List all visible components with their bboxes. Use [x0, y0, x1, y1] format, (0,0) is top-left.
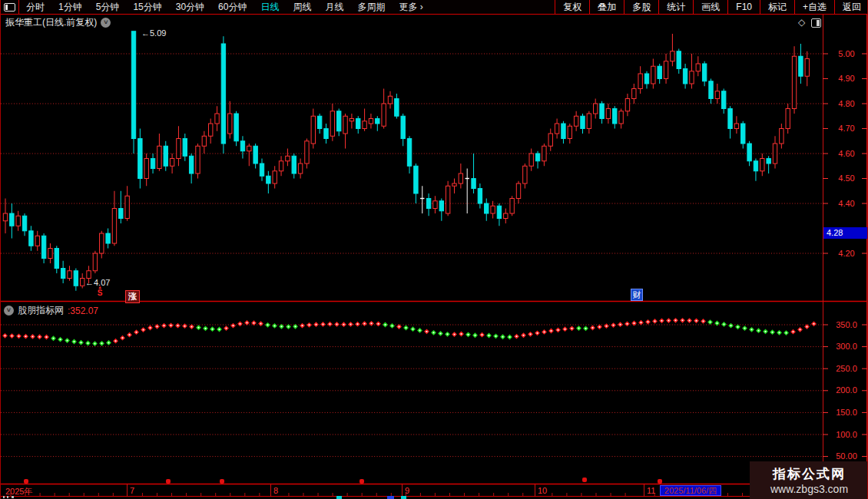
period-tab-6[interactable]: 日线 [253, 0, 286, 14]
signal-blob [24, 479, 28, 484]
tool-button-1[interactable]: 叠加 [589, 0, 624, 14]
indicator-dot-center [419, 330, 421, 332]
indicator-dot-center [627, 323, 628, 325]
indicator-dot-center [737, 326, 739, 328]
chart-title: 振华重工(日线.前复权) [5, 16, 97, 29]
tool-button-4[interactable]: 画线 [693, 0, 727, 14]
candle-body [68, 271, 71, 279]
chevron-down-icon[interactable]: ˅ [101, 18, 111, 28]
tool-button-0[interactable]: 复权 [555, 0, 589, 14]
candle-body [240, 141, 244, 151]
candle-body [747, 144, 751, 161]
indicator-dot-center [378, 323, 379, 325]
indicator-dot-center [39, 336, 41, 338]
candle-body [664, 61, 668, 79]
candle-body [677, 51, 681, 69]
candle-body [562, 124, 565, 139]
candle-body [510, 199, 514, 214]
candle-body [234, 114, 238, 141]
indicator-value: :352.07 [68, 306, 98, 316]
indicator-dot-center [108, 342, 110, 344]
candle-body [376, 119, 379, 124]
diamond-icon[interactable]: ◇ [798, 17, 805, 28]
indicator-dot-center [240, 323, 241, 325]
period-tab-0[interactable]: 分时 [19, 0, 51, 14]
candle-body [81, 279, 84, 286]
period-tab-4[interactable]: 30分钟 [169, 0, 211, 14]
chevron-down-icon[interactable]: ˅ [4, 306, 14, 316]
candle-body [568, 126, 571, 138]
candle-body [164, 146, 167, 166]
timeline-label: 9 [405, 486, 409, 495]
candle-body [619, 111, 623, 124]
window-layout-icon[interactable] [1, 0, 19, 14]
period-tab-7[interactable]: 周线 [286, 0, 318, 14]
indicator-dot-center [592, 327, 594, 329]
main-axis-label: 4.90 [829, 74, 864, 83]
indicator-name[interactable]: 股朋指标网 [18, 304, 64, 317]
period-tab-3[interactable]: 15分钟 [126, 0, 168, 14]
indicator-dot-center [661, 320, 663, 322]
bottom-fragment [401, 496, 406, 499]
candle-body [369, 119, 373, 124]
period-tab-8[interactable]: 月线 [318, 0, 350, 14]
tool-button-3[interactable]: 统计 [658, 0, 693, 14]
indicator-dot-center [571, 328, 573, 329]
indicator-dot-center [578, 328, 580, 329]
candle-body [414, 166, 418, 193]
tool-button-2[interactable]: 多股 [624, 0, 658, 14]
candle-body [221, 44, 225, 144]
period-tab-10[interactable]: 更多 › [392, 0, 429, 14]
candle-body [292, 156, 296, 173]
candle-body [144, 159, 148, 179]
watermark-site-name: 指标公式网 [750, 465, 868, 483]
indicator-dot-center [74, 341, 75, 342]
candle-body [286, 156, 290, 161]
period-tab-2[interactable]: 5分钟 [89, 0, 127, 14]
period-tab-1[interactable]: 1分钟 [51, 0, 89, 14]
candle-body [638, 74, 642, 89]
bottom-fragment [387, 496, 394, 499]
candle-body [459, 173, 462, 183]
tool-button-8[interactable]: 返回 [834, 0, 868, 14]
candle-body [516, 183, 520, 199]
indicator-dot-center [53, 338, 55, 339]
chart-canvas[interactable] [1, 0, 868, 499]
candle-body [478, 189, 482, 204]
tool-button-6[interactable]: 标记 [760, 0, 794, 14]
panel-layout-icon[interactable] [811, 18, 821, 28]
candle-body [311, 116, 315, 144]
tool-button-5[interactable]: F10 [727, 0, 760, 14]
period-tab-9[interactable]: 多周期 [350, 0, 392, 14]
indicator-dot-center [330, 323, 331, 325]
candle-body [401, 116, 405, 138]
indicator-dot-center [800, 329, 801, 330]
indicator-dot-center [606, 326, 608, 327]
main-axis-label: 4.40 [829, 199, 864, 208]
sub-axis-label: 50.00 [829, 451, 864, 461]
main-axis-label: 4.70 [829, 124, 864, 133]
indicator-dot-center [316, 324, 317, 326]
indicator-dot-center [205, 328, 207, 329]
indicator-dot-center [772, 332, 774, 333]
cai-badge[interactable]: 财 [631, 289, 643, 301]
candle-body [151, 159, 154, 169]
watermark-url: www.zbgs3.com [750, 483, 868, 495]
indicator-dot-center [530, 333, 532, 335]
indicator-dot-center [793, 331, 794, 332]
indicator-dot-center [696, 320, 697, 322]
indicator-dot-center [620, 324, 621, 326]
timeline-label: 7 [130, 486, 134, 495]
high-price-annotation: ←5.09 [141, 28, 166, 38]
period-tab-5[interactable]: 60分钟 [211, 0, 253, 14]
timeline-label: 10 [538, 486, 547, 495]
candle-body [805, 59, 809, 77]
candle-body [734, 124, 738, 129]
tool-button-7[interactable]: +自选 [794, 0, 834, 14]
indicator-dot-center [426, 331, 428, 332]
app-window: 分时1分钟5分钟15分钟30分钟60分钟日线周线月线多周期更多 › 复权叠加多股… [0, 0, 868, 499]
indicator-dot-center [786, 332, 787, 334]
signal-blob [658, 479, 662, 484]
candle-body [196, 146, 200, 173]
candle-body [683, 69, 687, 84]
